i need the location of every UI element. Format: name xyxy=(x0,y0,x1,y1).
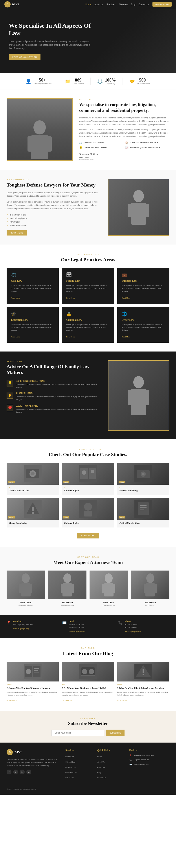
email-map-link[interactable]: View on google map xyxy=(69,630,85,632)
newsletter-email-input[interactable] xyxy=(52,730,104,736)
phone-map-link[interactable]: View on google map xyxy=(125,630,141,632)
nav-blog[interactable]: Blog xyxy=(131,3,135,6)
case-info-murder: 2 Critical Murder Case xyxy=(7,485,59,495)
consultation-button[interactable]: FREE CONSULTATION xyxy=(9,54,40,60)
defense-list: In the Court of law Medical Negligence F… xyxy=(7,213,101,227)
svg-rect-68 xyxy=(143,674,144,675)
footer-email: ✉️ Info@example.com xyxy=(129,763,169,766)
blog-img-3 xyxy=(117,662,169,681)
email-value: Info@example.comInfo@example.com xyxy=(69,623,85,629)
case-card-children2: April Children Rights xyxy=(62,498,114,527)
location-label: Location xyxy=(13,620,33,622)
phone-label: Phone xyxy=(125,620,141,622)
blog-link-1[interactable]: READ MORE xyxy=(7,700,17,702)
facebook-icon[interactable]: f xyxy=(7,770,11,774)
blog-post-title-2: 3 By Whom Your Business is Being Liable? xyxy=(62,686,114,690)
practices-grid: ⚖️ Civil Law Lorem ipsum, or lipsum as i… xyxy=(7,268,169,343)
spec-tag-quality: 📈 Ensuring quality and growth. xyxy=(125,146,169,149)
footer-services-col: Services Family Law Criminal Law Busines… xyxy=(65,749,92,781)
cases-label: Case Solved xyxy=(72,83,84,85)
specialise-title: We specialise in corporate law, litigati… xyxy=(79,102,169,113)
legal-number: 100% xyxy=(105,78,116,83)
case-card-murder: Article 2 Critical Murder Case xyxy=(7,463,59,495)
case-title-children2: Children Rights xyxy=(64,522,112,524)
hero-title: We Specialise In All Aspects Of Law xyxy=(9,22,92,37)
blog-grid: Article 2 Justice Way For You If You Are… xyxy=(7,662,169,702)
case-img-children2: April xyxy=(62,498,114,520)
newsletter-title: Subscribe Newsletter xyxy=(7,721,169,726)
case-title-children: Children Rights xyxy=(64,489,112,492)
footer-link-contact: Contact Us xyxy=(97,775,124,779)
logo[interactable]: D DIVI xyxy=(4,1,19,7)
case-studies-label: OUR CASE STUDIES xyxy=(7,448,169,451)
svg-rect-40 xyxy=(29,584,32,593)
civil-law-link[interactable]: Read More xyxy=(11,297,20,299)
case-card-money2: Article Money Laundering xyxy=(7,498,59,527)
clients-icon: 🤝 xyxy=(129,79,135,84)
banking-icon: ⚖️ xyxy=(79,141,83,144)
footer-services-title: Services xyxy=(65,749,92,751)
business-law-link[interactable]: Read More xyxy=(122,297,130,299)
defense-desc-2: Lorem ipsum, or lipsum as it is sometime… xyxy=(7,200,101,211)
property-icon: 🏠 xyxy=(125,141,128,144)
business-law-desc: Lorem ipsum, or lipsum as it is sometime… xyxy=(122,284,165,292)
hero-section: We Specialise In All Aspects Of Law Lore… xyxy=(0,9,176,73)
newsletter-subscribe-button[interactable]: SUBSCRIBE xyxy=(106,730,124,736)
signature: Stephen Bolton xyxy=(79,153,169,156)
case-title-money: Money Laundering xyxy=(119,489,167,492)
hero-description: Lorem ipsum, or lipsum as it is sometime… xyxy=(9,40,92,50)
footer-logo-text: DIVI xyxy=(14,750,22,754)
nav-about[interactable]: About Us xyxy=(94,3,104,6)
blog-post-title-3: 3 Who Can You File A Suit After An Accid… xyxy=(117,686,169,690)
attorneys-icon: 👤 xyxy=(26,79,31,84)
location-map-link[interactable]: View on google map xyxy=(13,628,29,630)
footer-service-5: Cyber Law xyxy=(65,775,92,779)
attorneys-number: 50+ xyxy=(33,78,52,83)
family-feature-care: ❤️ EXCEPTIONAL CARE Lorem ipsum, or lips… xyxy=(7,405,101,414)
nav-links: Home About Us Practices Attorneys Blog C… xyxy=(85,2,172,7)
practice-card-family: 👪 Family Law Lorem ipsum, or lipsum as i… xyxy=(62,268,114,304)
footer-about-text: Lorem ipsum, or lipsum as it is sometime… xyxy=(7,758,60,767)
labor-icon: 👷 xyxy=(79,146,83,149)
googleplus-icon[interactable]: g+ xyxy=(26,770,31,774)
logo-icon: D xyxy=(4,1,10,7)
team-role-4: Civil Attorney xyxy=(131,604,170,606)
footer-address: 📍 906 Kings Way, New York xyxy=(129,754,169,757)
team-role-1: Corporate Attorney xyxy=(7,604,45,606)
nav-attorneys[interactable]: Attorneys xyxy=(119,3,128,6)
family-law-link[interactable]: Read More xyxy=(66,297,75,299)
blog-excerpt-2: Lorem ipsum is simply dummy text of the … xyxy=(62,691,114,696)
team-name-1: Mike Dixon xyxy=(7,601,45,604)
care-text: Lorem ipsum, or lipsum as it is sometime… xyxy=(16,408,101,414)
attorneys-label: Attorneys Worldwide xyxy=(33,83,52,85)
blog-post-3: Article 3 Who Can You File A Suit After … xyxy=(117,662,169,702)
cyber-law-link[interactable]: Read More xyxy=(122,336,130,338)
case-info-children: 2 Children Rights xyxy=(62,485,114,495)
civil-law-title: Civil Law xyxy=(11,279,54,282)
nav-practices[interactable]: Practices xyxy=(107,3,116,6)
phone-icon: 📞 xyxy=(118,621,122,625)
view-more-button[interactable]: VIEW MORE xyxy=(77,533,99,538)
defense-read-more-button[interactable]: READ MORE xyxy=(7,230,27,236)
twitter-icon[interactable]: t xyxy=(13,770,18,774)
svg-point-30 xyxy=(84,503,92,510)
get-appointment-button[interactable]: Get Appointment xyxy=(152,2,172,7)
footer-phone-icon: 📞 xyxy=(129,759,132,761)
team-img-2 xyxy=(48,570,87,599)
case-img-murder: Article xyxy=(7,463,59,485)
footer: D DIVI Lorem ipsum, or lipsum as it is s… xyxy=(0,743,176,795)
defense-title: Toughest Defense Lawyers for Your Money xyxy=(7,182,101,188)
blog-link-2[interactable]: READ MORE xyxy=(62,700,72,702)
family-law-title: Family Law xyxy=(66,279,110,282)
svg-rect-55 xyxy=(33,666,40,677)
case-info-murder2: Critical Murder Case xyxy=(117,520,169,527)
case-img-money: Article xyxy=(117,463,169,485)
criminal-law-link[interactable]: Read More xyxy=(66,336,75,338)
nav-contact[interactable]: Contact Us xyxy=(138,3,149,6)
education-law-link[interactable]: Read More xyxy=(11,336,20,338)
nav-home[interactable]: Home xyxy=(85,3,91,6)
linkedin-icon[interactable]: in xyxy=(20,770,25,774)
blog-link-3[interactable]: READ MORE xyxy=(117,700,128,702)
svg-rect-27 xyxy=(32,506,34,511)
team-card-1: Mike Dixon Corporate Attorney xyxy=(7,570,45,606)
